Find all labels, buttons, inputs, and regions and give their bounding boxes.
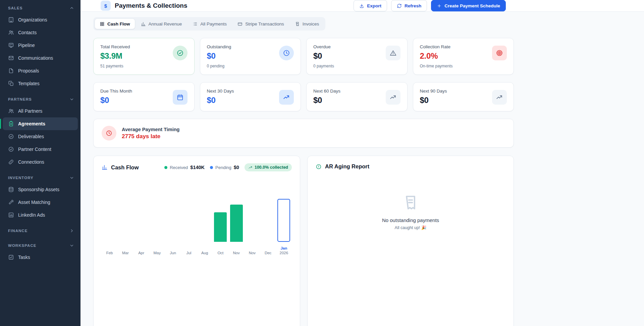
chart-bar-received[interactable] <box>230 205 243 242</box>
sidebar-section-workspace: WORKSPACE Tasks <box>0 239 80 264</box>
create-payment-schedule-button[interactable]: Create Payment Schedule <box>431 0 506 11</box>
tab-label: Cash Flow <box>107 21 130 26</box>
chevron-down-icon <box>69 243 74 248</box>
tab-cash-flow[interactable]: Cash Flow <box>95 18 135 29</box>
check-circle-icon <box>173 46 187 60</box>
chart-slot: Jul <box>181 184 197 255</box>
chart-x-label: Jan2026 <box>280 245 288 255</box>
sidebar-section-header-finance[interactable]: FINANCE <box>0 225 80 236</box>
empty-state-title: No outstanding payments <box>382 217 439 223</box>
chart-bar-received[interactable] <box>214 212 227 242</box>
sidebar-item-tasks[interactable]: Tasks <box>3 251 78 264</box>
legend-received: Received $140K <box>164 165 205 170</box>
users-icon <box>8 30 14 36</box>
nav-item-label: Connections <box>18 159 44 165</box>
chart-slot: Nov <box>244 184 260 255</box>
sidebar-item-pipeline[interactable]: Pipeline <box>3 39 78 52</box>
stat-sub: 0 pending <box>207 64 231 68</box>
sidebar-item-agreements[interactable]: Agreements <box>3 117 78 130</box>
nav-item-label: Partner Content <box>18 147 51 152</box>
chart-x-label: Oct <box>217 245 223 255</box>
link-icon <box>8 159 14 165</box>
chart-x-label: Mar <box>122 245 129 255</box>
cash-flow-legend: Received $140K Pending $0 100.0% collect… <box>164 163 292 171</box>
average-payment-timing-banner: Average Payment Timing 2775 days late <box>93 119 514 148</box>
file-icon <box>8 68 14 74</box>
linkedin-icon <box>8 212 14 218</box>
stat-card-collection-rate: Collection Rate 2.0% On-time payments <box>413 38 514 75</box>
chart-slot: Apr <box>133 184 149 255</box>
chart-slot: Dec <box>260 184 276 255</box>
chart-slot: Feb <box>102 184 117 255</box>
sidebar-section-header-sales[interactable]: SALES <box>0 2 80 13</box>
stat-value: $0 <box>420 96 447 105</box>
sidebar-item-deliverables[interactable]: Deliverables <box>3 130 78 143</box>
cash-flow-chart: FebMarAprMayJunJulAugOctNovNovDecJan2026 <box>102 184 292 255</box>
tab-stripe-transactions[interactable]: Stripe Transactions <box>232 18 289 29</box>
panels-row: Cash Flow Received $140K Pending <box>93 156 514 326</box>
received-dot <box>164 166 167 169</box>
chart-x-label: Aug <box>201 245 208 255</box>
stat-label: Total Received <box>100 44 130 49</box>
stat-label: Overdue <box>313 44 334 49</box>
sidebar-item-proposals[interactable]: Proposals <box>3 64 78 77</box>
sidebar-item-partner-content[interactable]: Partner Content <box>3 143 78 156</box>
chart-slot: May <box>149 184 165 255</box>
list-icon <box>193 21 198 26</box>
stat-card-next-60-days: Next 60 Days $0 <box>306 82 408 111</box>
chart-x-label: May <box>154 245 161 255</box>
download-icon <box>359 3 364 8</box>
credit-card-icon <box>237 21 243 26</box>
sidebar-item-sponsorship-assets[interactable]: Sponsorship Assets <box>3 183 78 196</box>
tab-invoices[interactable]: Invoices <box>290 18 324 29</box>
sidebar-item-communications[interactable]: Communications <box>3 52 78 64</box>
refresh-button[interactable]: Refresh <box>391 0 427 11</box>
chart-slot: Oct <box>213 184 228 255</box>
tab-label: Annual Revenue <box>149 21 182 26</box>
tab-annual-revenue[interactable]: Annual Revenue <box>136 18 187 29</box>
tab-label: All Payments <box>200 21 227 26</box>
pending-dot <box>210 166 213 169</box>
nav-item-label: Organizations <box>18 17 47 22</box>
chart-slot: Jun <box>165 184 181 255</box>
dollar-icon: $ <box>101 1 111 11</box>
section-label: WORKSPACE <box>8 243 37 248</box>
sidebar-section-header-inventory[interactable]: INVENTORY <box>0 172 80 183</box>
sidebar-item-contacts[interactable]: Contacts <box>3 26 78 39</box>
tab-all-payments[interactable]: All Payments <box>187 18 232 29</box>
tab-label: Stripe Transactions <box>245 21 284 26</box>
chart-bar-scheduled[interactable] <box>277 199 290 242</box>
sidebar-item-asset-matching[interactable]: Asset Matching <box>3 196 78 209</box>
export-button[interactable]: Export <box>354 0 387 11</box>
refresh-icon <box>397 3 402 8</box>
stat-label: Next 90 Days <box>420 89 447 94</box>
sidebar-section-inventory: INVENTORY Sponsorship Assets Asset Match… <box>0 172 80 221</box>
sidebar-section-header-workspace[interactable]: WORKSPACE <box>0 239 80 251</box>
timing-value: 2775 days late <box>122 133 179 140</box>
plus-icon <box>437 3 442 8</box>
sidebar-item-templates[interactable]: Templates <box>3 77 78 90</box>
stat-label: Next 60 Days <box>313 89 340 94</box>
sidebar-item-organizations[interactable]: Organizations <box>3 13 78 26</box>
nav-item-label: Deliverables <box>18 134 44 139</box>
bar-chart-icon <box>102 164 108 170</box>
trend-up-icon <box>386 90 400 105</box>
legend-label: Pending <box>215 165 231 170</box>
chart-slot: Jan2026 <box>276 184 292 255</box>
sidebar-section-header-partners[interactable]: PARTNERS <box>0 93 80 105</box>
sidebar-item-linkedin-ads[interactable]: LinkedIn Ads <box>3 209 78 221</box>
clock-icon <box>102 126 116 141</box>
target-icon <box>492 46 507 60</box>
sidebar-item-connections[interactable]: Connections <box>3 156 78 168</box>
stat-card-due-this-month: Due This Month $0 <box>93 82 195 111</box>
stats-row: Total Received $3.9M 51 payments Outstan… <box>93 38 514 75</box>
empty-state-subtitle: All caught up! 🎉 <box>395 225 427 230</box>
tabbar: Cash Flow Annual Revenue All Payments St… <box>93 17 325 31</box>
cash-flow-panel-title: Cash Flow <box>111 164 139 171</box>
nav-item-label: Tasks <box>18 255 30 260</box>
bar-chart-icon <box>141 21 146 26</box>
wand-icon <box>8 199 14 205</box>
legend-value: $140K <box>190 165 205 170</box>
sidebar-item-all-partners[interactable]: All Partners <box>3 105 78 117</box>
trend-up-icon <box>492 90 507 105</box>
